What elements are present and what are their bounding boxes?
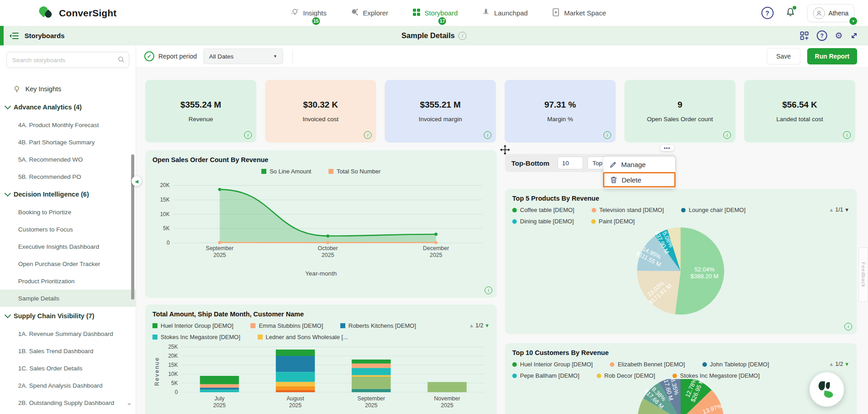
legend-item[interactable]: Paint [DEMO] bbox=[591, 218, 635, 225]
legend-item[interactable]: Huel Interior Group [DEMO] bbox=[512, 361, 593, 368]
storyboard-help-icon[interactable]: ? bbox=[817, 30, 827, 41]
legend-pager[interactable]: ▲1/2▼ bbox=[469, 322, 490, 329]
legend-item[interactable]: Dining table [DEMO] bbox=[512, 218, 574, 225]
nav-item-insights[interactable]: Insights15 bbox=[290, 8, 327, 19]
info-icon[interactable]: i bbox=[484, 131, 491, 139]
user-menu[interactable]: Athena ▼ bbox=[807, 4, 854, 22]
pie-chart[interactable]: 52.04%$388.20 M23.03%$171.81 M14.95%$111… bbox=[512, 225, 849, 322]
sidebar-item-open-purchase-order-tracker[interactable]: Open Purchase Order Tracker bbox=[0, 255, 136, 272]
sidebar-section-header[interactable]: Supply Chain Visibility (7) bbox=[0, 307, 136, 325]
sidebar-item-1b-sales-trend-dashboard[interactable]: 1B. Sales Trend Dashboard bbox=[0, 342, 136, 360]
info-icon[interactable]: i bbox=[844, 323, 852, 330]
settings-gear-icon[interactable]: ⚙ bbox=[835, 31, 843, 40]
legend-item[interactable]: Huel Interior Group [DEMO] bbox=[152, 322, 233, 329]
legend-item[interactable]: Rob Decor [DEMO] bbox=[597, 372, 655, 379]
pager-up-icon[interactable]: ▲ bbox=[829, 207, 834, 212]
top10-customers-chart-card[interactable]: Top 10 Customers By RevenueHuel Interior… bbox=[505, 343, 857, 414]
pager-down-icon[interactable]: ▼ bbox=[844, 207, 849, 212]
sidebar-item-key-insights[interactable]: Key Insights bbox=[0, 80, 136, 98]
feedback-tab[interactable]: Feedback bbox=[858, 247, 868, 302]
legend-item[interactable]: Ledner and Sons Wholesale [... bbox=[258, 334, 348, 340]
search-input[interactable] bbox=[6, 52, 129, 68]
brand[interactable]: ConverSight bbox=[0, 5, 150, 21]
pie-chart[interactable]: 12.78%$26.95 M13.97%8.38%$17.66 M8.35%$1… bbox=[512, 379, 849, 414]
svg-text:10K: 10K bbox=[160, 211, 170, 217]
kpi-card-invoiced-margin[interactable]: $355.21 MInvoiced margini bbox=[385, 80, 496, 143]
collapse-panel-icon[interactable] bbox=[9, 32, 19, 40]
area-chart[interactable]: 05K10K15K20KSeptember2025October2025Dece… bbox=[152, 175, 490, 262]
page-info-icon[interactable]: i bbox=[458, 32, 466, 40]
ship-month-chart-card[interactable]: Total Amount, Ship Date Month, Customer … bbox=[145, 305, 497, 414]
bulb-icon bbox=[13, 85, 21, 93]
open-sales-order-chart-card[interactable]: Open Sales Order Count By RevenueSo Line… bbox=[145, 150, 497, 298]
info-icon[interactable]: i bbox=[843, 131, 851, 139]
fullscreen-icon[interactable] bbox=[850, 32, 858, 39]
pager-down-icon[interactable]: ▼ bbox=[844, 361, 849, 367]
sidebar-item-2a-spend-analysis-dashboard[interactable]: 2A. Spend Analysis Dashboard bbox=[0, 377, 136, 394]
sidebar-item-customers-to-focus[interactable]: Customers to Focus bbox=[0, 221, 136, 238]
pager-down-icon[interactable]: ▼ bbox=[485, 323, 490, 328]
sidebar-item-4b-part-shortage-summary[interactable]: 4B. Part Shortage Summary bbox=[0, 133, 136, 151]
legend-item[interactable]: Television stand [DEMO] bbox=[592, 207, 664, 213]
sidebar-item-product-prioritization[interactable]: Product Prioritization bbox=[0, 272, 136, 290]
legend-item[interactable]: Coffee table [DEMO] bbox=[512, 207, 574, 213]
sidebar-item-sample-details[interactable]: Sample Details bbox=[0, 290, 136, 307]
run-report-button[interactable]: Run Report bbox=[807, 48, 857, 64]
sidebar-item-executive-insights-dashboard[interactable]: Executive Insights Dashboard bbox=[0, 238, 136, 255]
sidebar-collapse-button[interactable]: ◀ bbox=[132, 176, 142, 186]
legend-item[interactable]: So Line Amount bbox=[261, 168, 311, 175]
athena-chat-bubble[interactable] bbox=[809, 372, 844, 407]
sidebar-item-5b-recommended-po[interactable]: 5B. Recommended PO bbox=[0, 168, 136, 185]
stacked-bar-chart[interactable]: 05K10K15K20K25KRevenueJuly2025August2025… bbox=[152, 343, 490, 412]
legend-item[interactable]: Elizabeth Bennet [DEMO] bbox=[610, 361, 685, 368]
top5-products-chart-card[interactable]: Top 5 Products By RevenueCoffee table [D… bbox=[505, 189, 857, 334]
menu-item-delete[interactable]: Delete bbox=[603, 172, 676, 187]
sidebar-section-header[interactable]: Advance Analytics (4) bbox=[0, 98, 136, 116]
date-filter-select[interactable]: All Dates ▼ bbox=[203, 49, 283, 64]
legend-item[interactable]: Emma Stubbins [DEMO] bbox=[250, 322, 323, 329]
menu-item-manage[interactable]: Manage bbox=[603, 158, 675, 172]
legend-item[interactable]: Stokes Inc Megastore [DEMO] bbox=[672, 372, 760, 379]
kpi-label: Open Sales Order count bbox=[647, 116, 713, 123]
nav-item-explorer[interactable]: Explorer bbox=[350, 8, 388, 19]
legend-pager[interactable]: ▲1/1▼ bbox=[829, 207, 849, 213]
legend-item[interactable]: Total So Number bbox=[329, 168, 381, 175]
help-icon[interactable]: ? bbox=[761, 7, 774, 19]
sidebar-item-2b-outstanding-supply-dashboard[interactable]: 2B. Outstanding Supply Dashboard bbox=[0, 394, 136, 411]
info-icon[interactable]: i bbox=[244, 131, 252, 139]
sidebar-item-5a-recommended-wo[interactable]: 5A. Recommended WO bbox=[0, 151, 136, 168]
legend-item[interactable]: Pepe Ballham [DEMO] bbox=[512, 372, 579, 379]
legend-item[interactable]: Stokes Inc Megastore [DEMO] bbox=[152, 334, 240, 340]
nav-item-market-space[interactable]: Market Space bbox=[551, 8, 606, 19]
info-icon[interactable]: i bbox=[364, 131, 372, 139]
kpi-card-landed-total-cost[interactable]: $56.54 KLanded total costi bbox=[744, 80, 855, 143]
nav-item-storyboard[interactable]: Storyboard17 bbox=[412, 8, 458, 19]
sidebar-section-header[interactable]: Decision Intelligence (6) bbox=[0, 185, 136, 203]
kpi-card-invoiced-cost[interactable]: $30.32 KInvoiced costi bbox=[265, 80, 376, 143]
info-icon[interactable]: i bbox=[603, 131, 611, 139]
pager-up-icon[interactable]: ▲ bbox=[829, 361, 834, 367]
kpi-card-margin-[interactable]: 97.31 %Margin %i bbox=[505, 80, 616, 143]
add-widget-icon[interactable] bbox=[800, 31, 809, 40]
report-period-checkbox[interactable]: ✓ bbox=[144, 51, 154, 61]
pager-up-icon[interactable]: ▲ bbox=[469, 323, 474, 328]
info-icon[interactable]: i bbox=[723, 131, 731, 139]
nav-item-launchpad[interactable]: Launchpad bbox=[481, 8, 528, 19]
sidebar-scrollbar[interactable] bbox=[131, 154, 134, 300]
top-bottom-count-input[interactable] bbox=[558, 157, 583, 169]
save-button[interactable]: Save bbox=[767, 48, 800, 64]
legend-item[interactable]: John Tabletop [DEMO] bbox=[702, 361, 770, 368]
kpi-card-revenue[interactable]: $355.24 MRevenuei bbox=[145, 80, 256, 143]
sidebar-item-booking-to-priortize[interactable]: Booking to Priortize bbox=[0, 203, 136, 221]
sidebar-item-1c-sales-order-details[interactable]: 1C. Sales Order Details bbox=[0, 360, 136, 377]
sidebar-scroll-down-icon[interactable]: ⌄ bbox=[126, 399, 132, 407]
legend-item[interactable]: Lounge chair [DEMO] bbox=[681, 207, 745, 213]
widget-options-button[interactable]: ••• bbox=[660, 145, 674, 151]
sidebar-item-1a-revenue-summary-dashboard[interactable]: 1A. Revenue Summary Dashboard bbox=[0, 325, 136, 342]
info-icon[interactable]: i bbox=[485, 286, 492, 294]
sidebar-item-4a-product-monthly-forecast[interactable]: 4A. Product Monthly Forecast bbox=[0, 116, 136, 133]
notifications-button[interactable] bbox=[785, 7, 795, 19]
legend-item[interactable]: Roberts Kitchens [DEMO] bbox=[340, 322, 416, 329]
legend-pager[interactable]: ▲1/2▼ bbox=[829, 361, 849, 367]
kpi-card-open-sales-order-count[interactable]: 9Open Sales Order counti bbox=[624, 80, 736, 143]
